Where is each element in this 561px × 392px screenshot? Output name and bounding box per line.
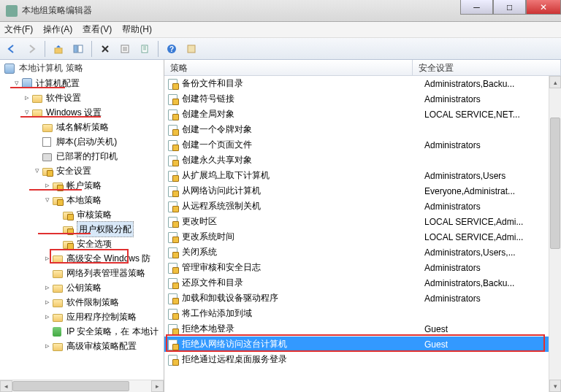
menu-action[interactable]: 操作(A) (43, 23, 72, 36)
forward-button[interactable] (23, 40, 40, 58)
titlebar: 本地组策略编辑器 ─ □ ✕ (0, 0, 561, 22)
policy-row[interactable]: 从扩展坞上取下计算机Administrators,Users (164, 168, 561, 183)
folder-icon (53, 283, 64, 293)
tree-computer-config[interactable]: ▿计算机配置 (1, 76, 164, 91)
policy-row[interactable]: 创建一个页面文件Administrators (164, 137, 561, 153)
menu-help[interactable]: 帮助(H) (122, 23, 152, 36)
policy-row[interactable]: 加载和卸载设备驱动程序Administrators (164, 291, 561, 306)
tree-account-policy[interactable]: ▹帐户策略 (1, 178, 164, 193)
list-pane: 策略 安全设置 备份文件和目录Administrators,Backu...创建… (164, 60, 561, 392)
tree-scroll-left[interactable]: ◂ (0, 380, 12, 392)
policy-row[interactable]: 创建符号链接Administrators (164, 91, 561, 107)
tree-twisty[interactable]: ▿ (42, 195, 53, 205)
tree-root-label[interactable]: 本地计算机 策略 (0, 60, 164, 74)
back-button[interactable] (3, 40, 20, 58)
policy-row[interactable]: 拒绝从网络访问这台计算机Guest (164, 337, 561, 352)
policy-setting: LOCAL SERVICE,Admi... (424, 232, 561, 242)
policy-name: 将工作站添加到域 (182, 307, 424, 320)
tree-windows-settings[interactable]: ▿Windows 设置 (1, 105, 164, 120)
policy-name: 创建全局对象 (182, 108, 424, 120)
tree-scroll-right[interactable]: ▸ (151, 380, 164, 392)
policy-name: 加载和卸载设备驱动程序 (182, 292, 424, 304)
minimize-button[interactable]: ─ (460, 0, 493, 15)
tree-security-options[interactable]: 安全选项 (1, 237, 164, 251)
tree-netlist-mgr[interactable]: 网络列表管理器策略 (1, 266, 164, 280)
policy-row[interactable]: 从网络访问此计算机Everyone,Administrat... (164, 183, 561, 199)
policy-row[interactable]: 更改时区LOCAL SERVICE,Admi... (164, 214, 561, 229)
column-policy[interactable]: 策略 (164, 60, 413, 75)
folder-icon (32, 107, 44, 118)
up-button[interactable] (50, 40, 67, 58)
tree-twisty[interactable]: ▹ (22, 93, 32, 103)
show-hide-tree-button[interactable] (69, 40, 87, 58)
folder-icon (42, 122, 54, 132)
policy-row[interactable]: 关闭系统Administrators,Users,... (164, 245, 561, 260)
tree-ipsec[interactable]: IP 安全策略，在 本地计 (1, 324, 164, 339)
policy-row[interactable]: 拒绝本地登录Guest (164, 321, 561, 337)
list-scroll-up[interactable]: ▴ (549, 76, 561, 88)
tree-twisty[interactable]: ▹ (42, 297, 53, 307)
tree-audit-policy[interactable]: 审核策略 (1, 207, 164, 222)
tree-pubkey-policy[interactable]: ▹公钥策略 (1, 280, 164, 295)
close-button[interactable]: ✕ (526, 0, 561, 15)
maximize-button[interactable]: □ (493, 0, 526, 15)
list-scroll-thumb[interactable] (550, 118, 560, 249)
tree-adv-firewall[interactable]: ▹高级安全 Windows 防 (1, 251, 164, 266)
tree-local-policy[interactable]: ▿本地策略 (1, 193, 164, 207)
tree-twisty[interactable]: ▹ (42, 312, 53, 322)
tree-software-settings[interactable]: ▹软件设置 (1, 91, 164, 105)
tree-label: IP 安全策略，在 本地计 (66, 324, 159, 339)
tree-user-rights[interactable]: 用户权限分配 (1, 222, 164, 237)
tree-security-settings[interactable]: ▿安全设置 (1, 164, 164, 178)
svg-rect-2 (78, 45, 83, 53)
tree-adv-audit[interactable]: ▹高级审核策略配置 (1, 339, 164, 353)
tree-label: 域名解析策略 (56, 120, 109, 134)
folder-lock-icon (42, 166, 54, 176)
menu-file[interactable]: 文件(F) (4, 23, 33, 36)
tree-twisty[interactable]: ▿ (32, 166, 42, 176)
tree-dns-policy[interactable]: 域名解析策略 (1, 120, 164, 134)
policy-name: 从网络访问此计算机 (182, 185, 424, 197)
tree-twisty[interactable]: ▹ (42, 283, 53, 293)
policy-row[interactable]: 还原文件和目录Administrators,Backu... (164, 275, 561, 291)
policy-item-icon (167, 201, 179, 212)
policy-row[interactable]: 拒绝通过远程桌面服务登录 (164, 352, 561, 367)
tree-printers[interactable]: 已部署的打印机 (1, 149, 164, 164)
delete-button[interactable] (96, 40, 114, 58)
tree-twisty[interactable]: ▿ (12, 78, 22, 88)
svg-text:?: ? (169, 45, 174, 53)
help-button[interactable]: ? (163, 40, 180, 58)
refresh-button[interactable] (183, 40, 200, 58)
policy-row[interactable]: 创建全局对象LOCAL SERVICE,NET... (164, 107, 561, 122)
policy-name: 创建永久共享对象 (182, 154, 424, 166)
policy-setting: Administrators (424, 293, 561, 304)
tree-software-restrict[interactable]: ▹软件限制策略 (1, 295, 164, 310)
policy-row[interactable]: 创建一个令牌对象 (164, 122, 561, 137)
tree-twisty[interactable]: ▹ (42, 253, 53, 264)
policy-item-icon (167, 339, 179, 350)
tree-twisty[interactable]: ▹ (42, 180, 53, 191)
policy-row[interactable]: 备份文件和目录Administrators,Backu... (164, 76, 561, 91)
properties-button[interactable] (116, 40, 134, 58)
menu-view[interactable]: 查看(V) (83, 23, 112, 36)
list-scroll-down[interactable]: ▾ (549, 380, 561, 392)
tree-scroll-thumb[interactable] (12, 381, 129, 391)
folder-lock-icon (63, 239, 75, 249)
tree-twisty (53, 239, 63, 249)
tree-twisty[interactable]: ▹ (42, 341, 53, 351)
tree-scripts[interactable]: 脚本(启动/关机) (1, 134, 164, 149)
policy-row[interactable]: 创建永久共享对象 (164, 153, 561, 168)
export-button[interactable] (136, 40, 153, 58)
tree-label: 公钥策略 (66, 280, 102, 295)
policy-name: 更改系统时间 (182, 231, 424, 243)
policy-item-icon (167, 125, 179, 135)
tree-app-control[interactable]: ▹应用程序控制策略 (1, 310, 164, 324)
policy-row[interactable]: 将工作站添加到域 (164, 306, 561, 321)
policy-row[interactable]: 管理审核和安全日志Administrators (164, 260, 561, 275)
policy-row[interactable]: 更改系统时间LOCAL SERVICE,Admi... (164, 229, 561, 245)
column-setting[interactable]: 安全设置 (413, 60, 561, 75)
policy-row[interactable]: 从远程系统强制关机Administrators (164, 199, 561, 214)
tree-twisty[interactable]: ▿ (22, 107, 32, 118)
tree-label: 网络列表管理器策略 (66, 266, 145, 280)
folder-icon (53, 253, 64, 264)
